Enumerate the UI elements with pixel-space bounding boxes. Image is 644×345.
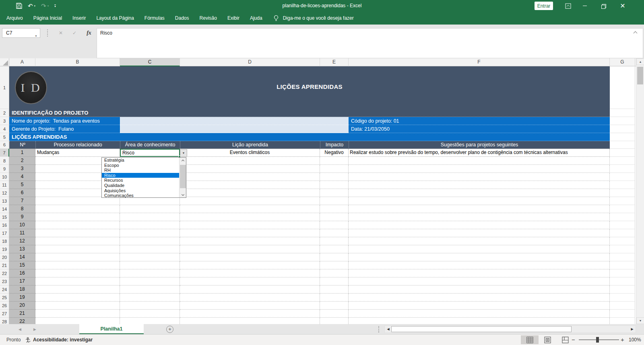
- next-sheet-icon[interactable]: ▶: [33, 327, 36, 331]
- cell[interactable]: [180, 229, 320, 237]
- cell[interactable]: [35, 302, 120, 310]
- cell-c7-selected[interactable]: Risco: [120, 149, 180, 157]
- section-licoes[interactable]: LIÇÕES APRENDIDAS: [9, 133, 610, 141]
- cell[interactable]: [320, 229, 349, 237]
- header-licao[interactable]: Lição aprendida: [180, 141, 320, 149]
- cell[interactable]: [610, 229, 635, 237]
- dropdown-option[interactable]: Aquisições: [102, 188, 186, 193]
- cell[interactable]: [320, 205, 349, 213]
- header-num[interactable]: Nº: [9, 141, 35, 149]
- page-layout-view-icon[interactable]: [539, 335, 556, 344]
- merged-light-cell-top[interactable]: [120, 117, 349, 125]
- horizontal-scroll-thumb[interactable]: [391, 326, 572, 332]
- cell[interactable]: [610, 189, 635, 197]
- enter-icon[interactable]: ✓: [69, 28, 80, 38]
- cell[interactable]: [180, 269, 320, 277]
- select-all-button[interactable]: [0, 58, 9, 66]
- cell[interactable]: [35, 237, 120, 245]
- cell[interactable]: [610, 269, 635, 277]
- sheet-tab-planilha1[interactable]: Planilha1: [79, 324, 144, 334]
- cell[interactable]: [320, 285, 349, 294]
- cell[interactable]: [120, 269, 180, 277]
- col-header-a[interactable]: A: [9, 58, 35, 66]
- col-header-g[interactable]: G: [610, 58, 635, 66]
- cell[interactable]: [610, 213, 635, 221]
- name-box-dropdown-icon[interactable]: ▼: [35, 32, 37, 41]
- cell[interactable]: [120, 237, 180, 245]
- cell[interactable]: 12: [9, 237, 35, 245]
- cell[interactable]: [349, 229, 610, 237]
- cell-g1[interactable]: [610, 66, 635, 109]
- cell[interactable]: [180, 173, 320, 181]
- cell[interactable]: [610, 221, 635, 229]
- dropdown-scroll-thumb[interactable]: [180, 165, 186, 188]
- dropdown-option[interactable]: Comunicações: [102, 193, 186, 198]
- cell[interactable]: [180, 261, 320, 269]
- dropdown-option[interactable]: RH: [102, 168, 186, 173]
- cell[interactable]: [349, 205, 610, 213]
- cell[interactable]: [120, 310, 180, 318]
- codigo-projeto-cell[interactable]: Código do projeto: 01: [349, 117, 610, 125]
- cell[interactable]: [320, 189, 349, 197]
- cell[interactable]: [610, 237, 635, 245]
- header-area[interactable]: Área de conhecimento: [120, 141, 180, 149]
- cell[interactable]: 11: [9, 229, 35, 237]
- cell[interactable]: [320, 253, 349, 261]
- cell[interactable]: [320, 294, 349, 302]
- cell[interactable]: [610, 157, 635, 165]
- cell[interactable]: 5: [9, 181, 35, 189]
- cell[interactable]: [180, 310, 320, 318]
- close-button[interactable]: ✕: [616, 0, 630, 12]
- cell[interactable]: [180, 181, 320, 189]
- cell[interactable]: [320, 318, 349, 324]
- zoom-out-icon[interactable]: −: [572, 335, 575, 345]
- cell[interactable]: [35, 285, 120, 294]
- zoom-slider-track[interactable]: [579, 339, 619, 340]
- cell[interactable]: [180, 205, 320, 213]
- tab-ajuda[interactable]: Ajuda: [245, 12, 268, 25]
- cell[interactable]: [349, 221, 610, 229]
- cell[interactable]: [349, 310, 610, 318]
- insert-function-icon[interactable]: fx: [84, 28, 94, 38]
- data-projeto-cell[interactable]: Data: 21/03/2050: [349, 125, 610, 133]
- cell[interactable]: [320, 165, 349, 173]
- col-header-b[interactable]: B: [35, 58, 120, 66]
- tab-exibir[interactable]: Exibir: [222, 12, 245, 25]
- cell[interactable]: [349, 318, 610, 324]
- dropdown-option[interactable]: Risco: [102, 173, 186, 178]
- cell[interactable]: [610, 205, 635, 213]
- restore-button[interactable]: [597, 0, 610, 12]
- dropdown-scroll-up-icon[interactable]: [180, 158, 186, 164]
- minimize-button[interactable]: [578, 0, 592, 12]
- cell[interactable]: 19: [9, 294, 35, 302]
- cell[interactable]: [35, 310, 120, 318]
- tab-dados[interactable]: Dados: [170, 12, 194, 25]
- cell-g7[interactable]: [610, 149, 635, 157]
- cell[interactable]: [349, 197, 610, 205]
- cell[interactable]: [120, 221, 180, 229]
- cell-b7[interactable]: Mudanças: [35, 149, 120, 157]
- cell[interactable]: [349, 213, 610, 221]
- header-sugestoes[interactable]: Sugestões para projetos seguintes: [349, 141, 610, 149]
- row-header-7[interactable]: 7: [0, 149, 9, 157]
- cell[interactable]: [610, 165, 635, 173]
- cell[interactable]: [120, 294, 180, 302]
- dropdown-option[interactable]: Qualidade: [102, 183, 186, 188]
- cell[interactable]: [610, 318, 635, 324]
- header-impacto[interactable]: Impacto: [320, 141, 349, 149]
- header-processo[interactable]: Processo relacionado: [35, 141, 120, 149]
- cell-g4[interactable]: [610, 125, 635, 133]
- cell[interactable]: [120, 205, 180, 213]
- merged-light-cell-bottom[interactable]: [120, 125, 349, 133]
- cell[interactable]: [180, 197, 320, 205]
- row-header-4[interactable]: 4: [0, 125, 9, 133]
- dropdown-option[interactable]: Escopo: [102, 163, 186, 168]
- cell[interactable]: [180, 157, 320, 165]
- cell[interactable]: [320, 157, 349, 165]
- cell[interactable]: [35, 253, 120, 261]
- cell[interactable]: [180, 318, 320, 324]
- cell[interactable]: [120, 213, 180, 221]
- cell[interactable]: [120, 302, 180, 310]
- cell-g6[interactable]: [610, 141, 635, 149]
- section-identificacao[interactable]: IDENTIFICAÇÃO DO PROJETO: [9, 109, 610, 117]
